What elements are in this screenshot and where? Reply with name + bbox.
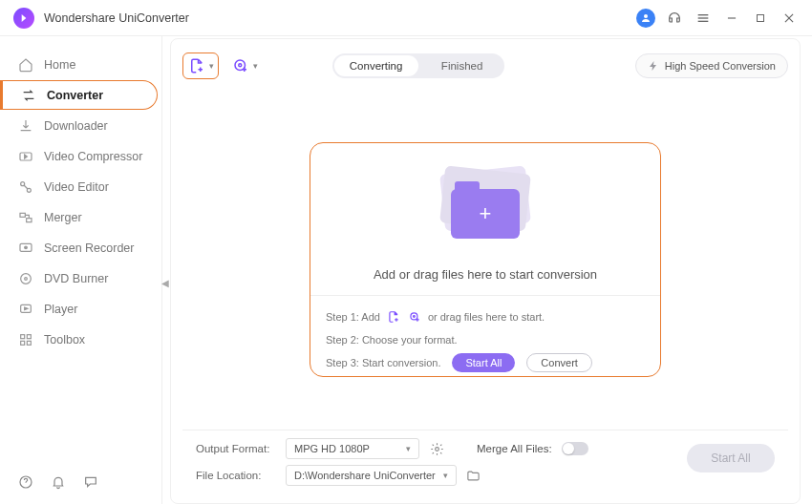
bolt-icon: [648, 60, 659, 72]
file-location-select[interactable]: D:\Wondershare UniConverter ▾: [286, 465, 457, 486]
sidebar-item-label: Downloader: [44, 119, 108, 133]
svg-rect-19: [27, 334, 31, 338]
close-icon[interactable]: [780, 9, 799, 28]
sidebar-item-recorder[interactable]: Screen Recorder: [0, 233, 161, 262]
file-location-value: D:\Wondershare UniConverter: [294, 470, 436, 481]
svg-point-27: [435, 447, 438, 451]
high-speed-button[interactable]: High Speed Conversion: [635, 53, 788, 78]
minimize-icon[interactable]: [722, 9, 741, 28]
sidebar: Home Converter Downloader Video Compress…: [0, 36, 162, 504]
gear-icon[interactable]: [429, 441, 444, 456]
support-icon[interactable]: [665, 9, 684, 28]
tab-finished[interactable]: Finished: [420, 53, 504, 78]
svg-point-15: [21, 273, 32, 284]
sidebar-item-editor[interactable]: Video Editor: [0, 172, 161, 201]
sidebar-item-dvd[interactable]: DVD Burner: [0, 263, 161, 293]
convert-pill[interactable]: Convert: [526, 353, 592, 372]
sidebar-item-label: Converter: [47, 89, 103, 102]
toolbar: ▾ ▾ Converting Finished High Speed Conve…: [182, 47, 788, 85]
merger-icon: [17, 209, 34, 226]
player-icon: [17, 301, 34, 318]
add-dvd-icon: [407, 309, 422, 325]
hamburger-menu-icon[interactable]: [694, 9, 713, 28]
merge-label: Merge All Files:: [477, 443, 552, 454]
output-format-select[interactable]: MPG HD 1080P ▾: [286, 438, 419, 459]
maximize-icon[interactable]: [751, 9, 770, 28]
chevron-down-icon: ▾: [209, 61, 214, 71]
collapse-sidebar-icon[interactable]: ◀: [161, 269, 169, 296]
add-dvd-icon: [231, 56, 250, 75]
svg-point-26: [413, 316, 415, 318]
step-3: Step 3: Start conversion. Start All Conv…: [326, 351, 645, 374]
sidebar-item-player[interactable]: Player: [0, 294, 161, 324]
svg-rect-11: [20, 213, 25, 217]
add-file-button[interactable]: ▾: [182, 52, 219, 79]
svg-rect-18: [21, 334, 25, 338]
svg-point-0: [644, 14, 648, 18]
help-icon[interactable]: [17, 473, 34, 491]
add-dvd-button[interactable]: ▾: [226, 52, 263, 79]
sidebar-item-downloader[interactable]: Downloader: [0, 111, 161, 140]
app-logo: [13, 8, 34, 29]
dropzone-text: Add or drag files here to start conversi…: [374, 267, 597, 282]
merge-toggle[interactable]: [562, 442, 588, 455]
sidebar-item-label: Video Compressor: [44, 150, 142, 163]
step-1: Step 1: Add or drag files here to start.: [326, 305, 645, 328]
toolbox-icon: [17, 331, 34, 348]
add-file-icon: [386, 309, 401, 325]
output-format-label: Output Format:: [196, 443, 276, 454]
svg-rect-21: [27, 341, 31, 345]
dropzone[interactable]: + Add or drag files here to start conver…: [310, 142, 661, 377]
folder-open-icon[interactable]: [466, 468, 481, 483]
file-location-label: File Location:: [196, 470, 276, 481]
titlebar: Wondershare UniConverter: [0, 0, 812, 36]
svg-point-23: [235, 60, 246, 71]
sidebar-item-label: Video Editor: [44, 180, 109, 194]
sidebar-item-label: Merger: [44, 211, 82, 224]
main-panel: ▾ ▾ Converting Finished High Speed Conve…: [162, 36, 812, 504]
output-format-value: MPG HD 1080P: [294, 443, 370, 454]
sidebar-item-home[interactable]: Home: [0, 50, 161, 79]
chevron-down-icon: ▾: [406, 444, 411, 453]
add-file-icon: [187, 56, 206, 75]
bottom-bar: Output Format: MPG HD 1080P ▾ Merge All …: [182, 430, 788, 494]
svg-point-24: [239, 64, 242, 67]
svg-rect-20: [21, 341, 25, 345]
svg-rect-12: [27, 218, 32, 221]
svg-point-14: [25, 246, 28, 249]
tab-converting[interactable]: Converting: [334, 55, 418, 76]
sidebar-item-label: Player: [44, 303, 77, 316]
feedback-icon[interactable]: [82, 473, 99, 491]
sidebar-item-converter[interactable]: Converter: [0, 80, 158, 110]
high-speed-label: High Speed Conversion: [665, 60, 776, 72]
chevron-down-icon: ▾: [443, 471, 448, 480]
sidebar-item-label: Home: [44, 58, 75, 72]
sidebar-item-toolbox[interactable]: Toolbox: [0, 325, 161, 354]
compressor-icon: [17, 148, 34, 165]
recorder-icon: [17, 240, 34, 257]
sidebar-item-compressor[interactable]: Video Compressor: [0, 141, 161, 171]
tabs: Converting Finished: [332, 53, 504, 78]
dvd-icon: [17, 270, 34, 287]
editor-icon: [17, 178, 34, 196]
converter-icon: [20, 87, 37, 104]
sidebar-item-label: Toolbox: [44, 333, 85, 346]
folder-add-illustration: +: [428, 164, 543, 241]
sidebar-item-merger[interactable]: Merger: [0, 202, 161, 232]
svg-rect-5: [758, 14, 764, 21]
step-2: Step 2: Choose your format.: [326, 328, 645, 351]
sidebar-item-label: Screen Recorder: [44, 242, 135, 255]
svg-point-25: [411, 313, 417, 320]
sidebar-item-label: DVD Burner: [44, 272, 108, 285]
downloader-icon: [17, 117, 34, 135]
home-icon: [17, 56, 34, 74]
chevron-down-icon: ▾: [253, 61, 258, 71]
app-title: Wondershare UniConverter: [44, 11, 189, 25]
svg-point-16: [25, 277, 28, 280]
start-all-button[interactable]: Start All: [687, 444, 775, 472]
bell-icon[interactable]: [50, 473, 67, 491]
start-all-pill[interactable]: Start All: [452, 353, 515, 372]
user-avatar-icon[interactable]: [636, 9, 655, 28]
